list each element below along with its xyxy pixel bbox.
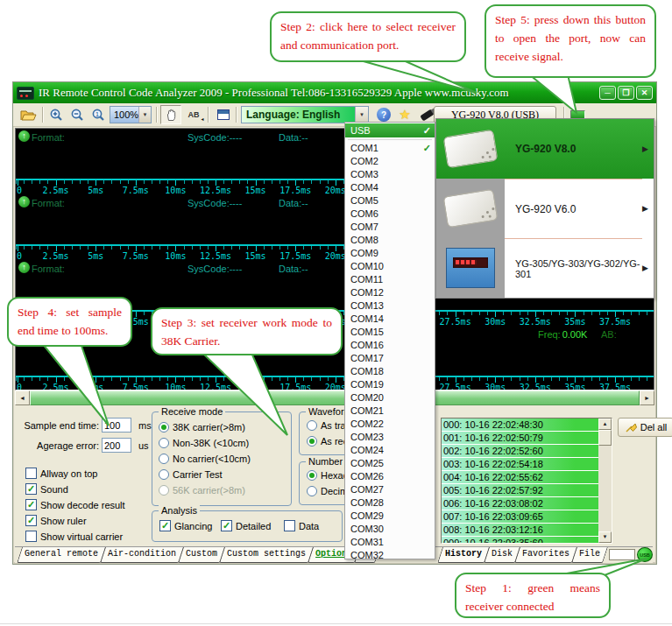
device-item-yg-920-v6-0[interactable]: YG-920 V6.0▶: [436, 179, 654, 238]
com-menu-item-com5[interactable]: COM5: [345, 194, 435, 207]
checkbox-box[interactable]: ✓: [221, 520, 232, 531]
history-item[interactable]: 007: 10-16 22:03:09:65: [442, 510, 598, 523]
radio-circle[interactable]: [159, 422, 169, 433]
zoom-level-combo[interactable]: 100% ▼: [110, 106, 152, 123]
checkbox-sound[interactable]: ✓Sound: [25, 483, 68, 495]
device-item-yg-920-v8-0[interactable]: YG-920 V8.0▶: [436, 119, 654, 179]
com-menu-item-com12[interactable]: COM12: [345, 286, 435, 299]
minimize-button[interactable]: ─: [599, 86, 616, 100]
com-menu-item-com24[interactable]: COM24: [345, 444, 435, 457]
com-menu-item-com7[interactable]: COM7: [345, 221, 435, 234]
history-item[interactable]: 009: 10-16 22:03:35:60: [442, 537, 598, 544]
com-menu-item-com9[interactable]: COM9: [345, 247, 435, 260]
tab-history[interactable]: History: [438, 547, 489, 563]
checkbox-box[interactable]: ✓: [25, 483, 37, 495]
scrollbar-thumb[interactable]: [30, 390, 640, 405]
radio-circle[interactable]: [159, 469, 169, 480]
checkbox-box[interactable]: [284, 520, 295, 531]
com-menu-item-com26[interactable]: COM26: [345, 470, 435, 483]
device-item-yg-305-yg-303-yg-302-yg-301[interactable]: YG-305/YG-303/YG-302/YG-301▶: [436, 238, 654, 298]
history-scroll-thumb[interactable]: [598, 430, 612, 446]
history-list[interactable]: 000: 10-16 22:02:48:30001: 10-16 22:02:5…: [441, 418, 612, 544]
com-menu-item-com32[interactable]: COM32: [345, 549, 435, 562]
com-menu-item-com20[interactable]: COM20: [345, 391, 435, 404]
history-item[interactable]: 004: 10-16 22:02:55:62: [442, 471, 598, 483]
com-menu-item-com25[interactable]: COM25: [345, 457, 435, 470]
radio-carrier-test[interactable]: Carrier Test: [159, 469, 223, 480]
checkbox-show-ruler[interactable]: ✓Show ruler: [25, 515, 87, 526]
com-menu-item-com17[interactable]: COM17: [345, 352, 435, 365]
radio-no-carrier-10cm[interactable]: No carrier(<10cm): [159, 454, 251, 464]
com-menu-item-usb[interactable]: USB✓: [345, 123, 435, 137]
history-item[interactable]: 001: 10-16 22:02:50:79: [442, 432, 598, 444]
checkbox-box[interactable]: ✓: [25, 515, 37, 526]
com-menu-item-com31[interactable]: COM31: [345, 536, 435, 549]
com-menu-item-com21[interactable]: COM21: [345, 404, 435, 418]
scroll-left-button[interactable]: ◄: [15, 390, 30, 405]
com-menu-item-com4[interactable]: COM4: [345, 181, 435, 194]
chevron-down-icon[interactable]: ▼: [138, 107, 151, 123]
checkbox-box[interactable]: [25, 468, 37, 479]
com-menu-item-com13[interactable]: COM13: [345, 299, 435, 313]
checkbox-show-decode-result[interactable]: ✓Show decode result: [25, 499, 125, 510]
checkbox-show-virtual-carrier[interactable]: Show virtual carrier: [25, 531, 123, 542]
radio-circle[interactable]: [159, 454, 169, 464]
tab-air-condition[interactable]: Air-condition: [101, 547, 183, 563]
maximize-button[interactable]: ❐: [618, 86, 634, 100]
tab-custom[interactable]: Custom: [179, 547, 224, 563]
checkbox-box[interactable]: [25, 531, 37, 542]
checkbox-allway-on-top[interactable]: Allway on top: [25, 468, 97, 479]
history-item[interactable]: 008: 10-16 22:03:12:16: [442, 524, 598, 536]
checkbox-box[interactable]: ✓: [25, 499, 37, 510]
checkbox-data[interactable]: Data: [284, 520, 319, 531]
com-menu-item-com8[interactable]: COM8: [345, 234, 435, 247]
history-item[interactable]: 005: 10-16 22:02:57:92: [442, 484, 598, 496]
tab-custom-settings[interactable]: Custom settings: [220, 547, 313, 563]
com-menu-item-com27[interactable]: COM27: [345, 483, 435, 496]
com-menu-item-com22[interactable]: COM22: [345, 418, 435, 431]
com-menu-item-com29[interactable]: COM29: [345, 510, 435, 523]
ab-measure-button[interactable]: AB: [183, 105, 204, 124]
radio-circle[interactable]: [307, 436, 317, 447]
checkbox-detailed[interactable]: ✓Detailed: [221, 520, 271, 531]
zoom-out-button[interactable]: [67, 105, 87, 124]
radio-circle[interactable]: [307, 470, 317, 481]
com-menu-item-com6[interactable]: COM6: [345, 207, 435, 221]
com-menu-item-com14[interactable]: COM14: [345, 313, 435, 326]
open-file-button[interactable]: [18, 105, 39, 124]
close-button[interactable]: ✕: [636, 86, 653, 100]
zoom-actual-button[interactable]: 1: [88, 105, 108, 124]
history-item[interactable]: 003: 10-16 22:02:54:18: [442, 458, 598, 470]
com-menu-item-com16[interactable]: COM16: [345, 339, 435, 352]
average-error-input[interactable]: [102, 438, 131, 453]
com-menu-item-com2[interactable]: COM2: [345, 155, 435, 168]
radio-circle[interactable]: [307, 486, 317, 496]
com-menu-item-com23[interactable]: COM23: [345, 431, 435, 444]
zoom-in-button[interactable]: [46, 105, 66, 124]
com-menu-item-com3[interactable]: COM3: [345, 168, 435, 181]
scroll-up-button[interactable]: ▲: [598, 419, 612, 430]
chevron-down-icon[interactable]: ▼: [355, 107, 368, 123]
com-menu-item-com11[interactable]: COM11: [345, 273, 435, 286]
com-menu-item-com1[interactable]: COM1✓: [345, 142, 435, 155]
com-menu-item-com15[interactable]: COM15: [345, 326, 435, 339]
com-menu-item-com19[interactable]: COM19: [345, 378, 435, 391]
tab-general-remote[interactable]: General remote: [18, 547, 105, 563]
radio-non-38k-10cm[interactable]: Non-38K (<10cm): [159, 438, 249, 448]
hand-tool-button[interactable]: [160, 105, 181, 124]
checkbox-box[interactable]: ✓: [159, 520, 171, 531]
scroll-down-button[interactable]: ▼: [598, 531, 612, 543]
delete-all-button[interactable]: Del all: [618, 418, 672, 437]
scroll-right-button[interactable]: ►: [640, 390, 654, 405]
history-item[interactable]: 002: 10-16 22:02:52:60: [442, 445, 598, 457]
com-menu-item-com28[interactable]: COM28: [345, 496, 435, 510]
history-scrollbar[interactable]: ▲ ▼: [598, 419, 612, 543]
history-item[interactable]: 006: 10-16 22:03:08:02: [442, 497, 598, 510]
com-menu-item-com18[interactable]: COM18: [345, 365, 435, 378]
window-layout-button[interactable]: [213, 105, 234, 124]
history-item[interactable]: 000: 10-16 22:02:48:30: [442, 419, 598, 431]
language-combo[interactable]: Language: English ▼: [241, 106, 369, 123]
radio-circle[interactable]: [307, 420, 317, 431]
radio-circle[interactable]: [159, 438, 169, 448]
com-menu-item-com10[interactable]: COM10: [345, 260, 435, 273]
